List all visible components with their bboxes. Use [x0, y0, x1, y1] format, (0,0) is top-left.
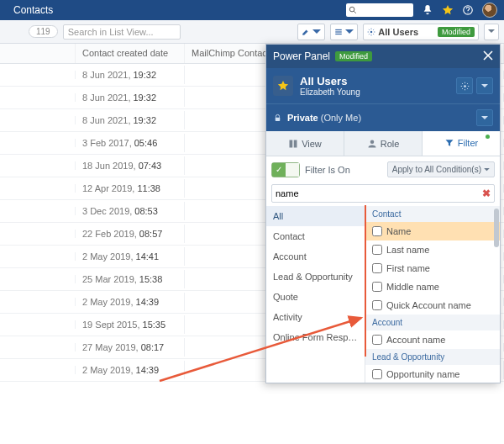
svg-rect-6 — [336, 33, 343, 34]
category-item[interactable]: Online Form Respon… — [266, 327, 365, 347]
indicator-dot — [486, 135, 490, 139]
scrollbar-thumb[interactable] — [494, 209, 499, 247]
pencil-icon — [302, 28, 310, 36]
chevron-down-icon[interactable] — [476, 77, 493, 94]
close-icon[interactable] — [483, 50, 493, 63]
field-checkbox[interactable] — [372, 226, 382, 236]
field-item[interactable]: Quick Account name — [365, 296, 500, 314]
clear-icon[interactable]: ✖ — [482, 188, 491, 199]
list-search[interactable]: Search in List View... — [63, 24, 181, 40]
apply-conditions-dropdown[interactable]: Apply to All Condition(s) — [387, 161, 495, 177]
field-checkbox[interactable] — [372, 263, 382, 273]
field-item[interactable]: Name — [365, 222, 500, 240]
gear-icon[interactable] — [456, 77, 473, 94]
field-checkbox[interactable] — [372, 282, 382, 292]
chevron-down-icon[interactable] — [476, 109, 493, 126]
role-icon — [367, 139, 377, 149]
gear-users-icon — [367, 28, 375, 36]
tab-filter[interactable]: Filter — [423, 131, 500, 156]
field-label: Quick Account name — [386, 300, 471, 310]
panel-user-title: All Users — [300, 75, 360, 87]
search-icon — [349, 6, 357, 14]
user-avatar[interactable] — [482, 3, 497, 18]
category-item[interactable]: Lead & Opportunity — [266, 267, 365, 287]
view-mode-dropdown[interactable] — [330, 24, 358, 40]
chevron-down-icon — [345, 28, 354, 36]
svg-rect-13 — [294, 140, 297, 147]
filter-search[interactable]: ✖ — [271, 184, 495, 203]
field-group-header: Account — [365, 314, 500, 330]
field-label: Account name — [386, 335, 445, 345]
svg-point-7 — [370, 30, 373, 33]
panel-toggle[interactable] — [484, 24, 499, 40]
panel-user-sub: Elizabeth Young — [300, 87, 360, 97]
filter-search-input[interactable] — [276, 188, 482, 198]
field-item[interactable]: First name — [365, 259, 500, 278]
power-panel: Power Panel Modified All Users Elizabeth… — [265, 44, 501, 383]
view-icon — [288, 139, 298, 149]
field-group-header: Contact — [365, 206, 500, 222]
field-item[interactable]: Last name — [365, 240, 500, 259]
field-group-header: Lead & Opportunity — [365, 349, 500, 365]
category-item[interactable]: All — [266, 206, 365, 226]
svg-point-14 — [370, 140, 374, 144]
record-count: 119 — [29, 25, 58, 38]
svg-rect-5 — [336, 31, 343, 32]
chevron-down-icon — [312, 28, 321, 36]
col-header-blank[interactable] — [0, 44, 76, 63]
tab-role[interactable]: Role — [344, 131, 423, 156]
global-search[interactable] — [346, 3, 413, 17]
field-label: Middle name — [386, 282, 439, 292]
chevron-down-icon — [484, 168, 490, 172]
lock-icon — [273, 114, 282, 123]
field-checkbox[interactable] — [372, 300, 382, 310]
modified-badge: Modified — [335, 51, 372, 61]
field-item[interactable]: Account name — [365, 330, 500, 349]
edit-mode-dropdown[interactable] — [297, 24, 325, 40]
tab-view[interactable]: View — [266, 131, 344, 156]
category-item[interactable]: Activity — [266, 307, 365, 327]
field-label: Opportunity name — [386, 369, 459, 379]
field-item[interactable]: Opportunity name — [365, 365, 500, 383]
svg-rect-12 — [290, 140, 293, 147]
svg-rect-11 — [276, 117, 281, 120]
star-icon — [273, 76, 293, 96]
filter-toggle[interactable]: ✓ — [271, 162, 300, 177]
svg-rect-4 — [336, 29, 343, 29]
svg-point-3 — [467, 13, 468, 13]
field-label: Name — [386, 226, 411, 236]
category-item[interactable]: Quote — [266, 287, 365, 307]
field-checkbox[interactable] — [372, 335, 382, 345]
col-header-mailchimp[interactable]: MailChimp Contact ID — [185, 44, 269, 63]
col-header-created[interactable]: Contact created date — [76, 44, 185, 63]
field-checkbox[interactable] — [372, 245, 382, 255]
field-checkbox[interactable] — [372, 369, 382, 379]
help-icon[interactable] — [462, 4, 474, 16]
allusers-dropdown[interactable]: All Users Modified — [363, 24, 479, 40]
svg-point-10 — [464, 85, 466, 87]
funnel-icon — [444, 138, 454, 148]
power-panel-title: Power Panel — [273, 50, 330, 62]
filter-state-label: Filter Is On — [305, 165, 350, 175]
field-label: First name — [386, 263, 430, 273]
star-icon[interactable] — [442, 4, 454, 16]
category-item[interactable]: Account — [266, 246, 365, 267]
field-item[interactable]: Middle name — [365, 278, 500, 296]
modified-badge: Modified — [438, 27, 475, 37]
field-label: Last name — [386, 245, 429, 255]
chevron-down-icon — [488, 29, 495, 34]
svg-point-0 — [349, 7, 354, 12]
svg-line-1 — [354, 11, 356, 13]
bell-icon[interactable] — [422, 4, 433, 16]
list-icon — [334, 28, 343, 36]
category-item[interactable]: Contact — [266, 226, 365, 246]
page-title: Contacts — [13, 4, 53, 16]
